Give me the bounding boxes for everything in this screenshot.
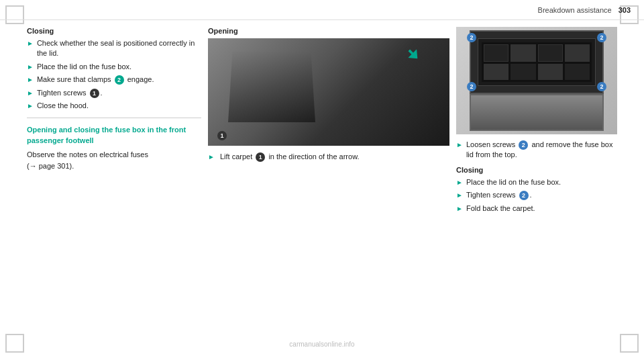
closing-item-1-text: Check whether the seal is positioned cor… <box>37 38 201 59</box>
right-column: 2 2 2 2 ► Loosen screws 2 and remove the… <box>456 20 617 331</box>
closing-item-5: ► Close the hood. <box>27 101 201 111</box>
right-instructions: ► Loosen screws 2 and remove the fuse bo… <box>456 140 617 161</box>
right-bullet-3: ► <box>456 204 463 214</box>
right-bullet-2: ► <box>456 191 463 200</box>
lift-instruction: ► Lift carpet 1 in the direction of the … <box>208 151 449 163</box>
fuse-cell <box>538 64 563 80</box>
closing-item-3-text: Make sure that clamps 2 engage. <box>37 75 154 85</box>
fuse-box-image: 2 2 2 2 <box>456 27 617 134</box>
lift-bullet: ► <box>208 152 215 163</box>
fuse-cell <box>511 44 535 62</box>
corner-decoration-br <box>620 334 639 353</box>
fuse-badge-2a: 2 <box>466 33 478 42</box>
right-closing-item-2: ► Tighten screws 2. <box>456 190 617 200</box>
loosen-item: ► Loosen screws 2 and remove the fuse bo… <box>456 140 617 161</box>
loosen-text: Loosen screws 2 and remove the fuse box … <box>466 140 617 161</box>
fuse-grid <box>482 42 592 82</box>
teal-arrow-shape <box>405 46 421 62</box>
closing-title-right: Closing <box>456 166 617 174</box>
middle-column: Opening 1 ► Lift carpet 1 in the direct <box>208 20 449 331</box>
fuse-badge-2d: 2 <box>596 82 608 91</box>
fuse-cell <box>565 44 590 62</box>
closing-item-4: ► Tighten screws 1. <box>27 88 201 98</box>
main-content: Closing ► Check whether the seal is posi… <box>27 20 617 331</box>
note-label: Observe the notes on electrical fuses <box>27 150 148 159</box>
bullet-arrow-3: ► <box>27 75 34 85</box>
badge-2a: 2 <box>467 33 476 42</box>
fuse-badge-2c: 2 <box>466 82 478 91</box>
closing-item-3: ► Make sure that clamps 2 engage. <box>27 75 201 85</box>
right-closing-item-3: ► Fold back the carpet. <box>456 204 617 214</box>
badge-2c: 2 <box>467 82 476 91</box>
closing-item-1: ► Check whether the seal is positioned c… <box>27 38 201 59</box>
badge-2-left: 2 <box>115 75 124 85</box>
fuse-cell <box>484 44 508 62</box>
teal-arrow <box>407 48 419 60</box>
note-text: Observe the notes on electrical fuses (→… <box>27 149 201 171</box>
badge-2b: 2 <box>597 33 606 42</box>
chapter-title: Breakdown assistance <box>538 6 612 14</box>
closing-item-2: ► Place the lid on the fuse box. <box>27 62 201 72</box>
closing-list-left: ► Check whether the seal is positioned c… <box>27 38 201 111</box>
badge-2-loosen: 2 <box>519 140 528 150</box>
lift-badge: 1 <box>256 152 265 162</box>
watermark: carmanualsonline.info <box>289 341 354 348</box>
footwell-link-title: Opening and closing the fuse box in the … <box>27 125 201 146</box>
bullet-arrow-1: ► <box>27 39 34 48</box>
badge-1-image: 1 <box>216 131 228 140</box>
note-link: (→ page 301). <box>27 162 74 170</box>
watermark-text: carmanualsonline.info <box>289 341 354 348</box>
car-interior-graphic: 1 <box>208 38 449 146</box>
closing-item-2-text: Place the lid on the fuse box. <box>37 62 131 72</box>
opening-image: 1 <box>208 38 449 146</box>
fuse-bottom-content <box>471 95 602 130</box>
right-closing-text-1: Place the lid on the fuse box. <box>466 177 561 187</box>
lift-text-before: Lift carpet <box>220 151 252 163</box>
fuse-interior <box>478 38 596 86</box>
left-column: Closing ► Check whether the seal is posi… <box>27 20 201 331</box>
badge-2-tighten: 2 <box>519 191 529 200</box>
right-closing-text-2: Tighten screws 2. <box>466 190 532 200</box>
fuse-badge-2b: 2 <box>596 33 608 42</box>
fuse-bottom-graphic <box>470 94 604 131</box>
fuse-cell <box>565 64 590 80</box>
loosen-bullet: ► <box>456 140 463 150</box>
closing-item-5-text: Close the hood. <box>37 101 89 111</box>
right-closing-item-1: ► Place the lid on the fuse box. <box>456 177 617 187</box>
loosen-text-before: Loosen screws <box>466 140 515 148</box>
right-closing-text-3: Fold back the carpet. <box>466 204 535 214</box>
badge-1-circle: 1 <box>217 131 227 140</box>
closing-item-4-text: Tighten screws 1. <box>37 88 103 98</box>
closing-title-left: Closing <box>27 27 201 35</box>
badge-2d: 2 <box>597 82 606 91</box>
closing-list-right: ► Place the lid on the fuse box. ► Tight… <box>456 177 617 214</box>
left-divider <box>27 118 201 118</box>
lift-text-after: in the direction of the arrow. <box>268 151 359 163</box>
fuse-cell <box>484 64 508 80</box>
fuse-cell <box>538 44 563 62</box>
bullet-arrow-2: ► <box>27 62 34 72</box>
fuse-cell <box>511 64 535 80</box>
fuse-top-graphic: 2 2 2 2 <box>470 30 604 94</box>
page-header: Breakdown assistance 303 <box>0 0 644 20</box>
bullet-arrow-5: ► <box>27 101 34 111</box>
right-bullet-1: ► <box>456 178 463 187</box>
badge-1-left: 1 <box>90 89 99 98</box>
opening-title: Opening <box>208 27 449 35</box>
page-number: 303 <box>619 6 631 14</box>
corner-decoration-bl <box>5 334 24 353</box>
carpet-graphic <box>228 52 315 122</box>
bullet-arrow-4: ► <box>27 89 34 98</box>
fuse-box-inner: 2 2 2 2 <box>456 27 617 134</box>
